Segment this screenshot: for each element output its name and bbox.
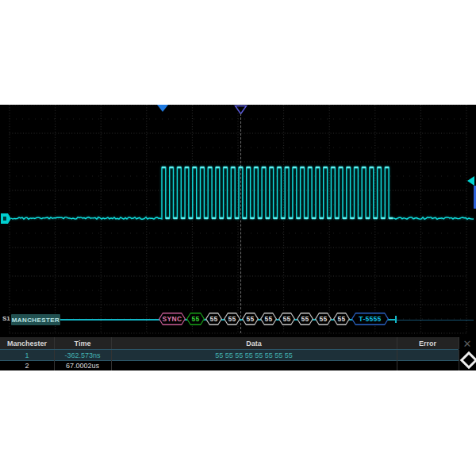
header-data: Data	[111, 337, 397, 349]
table-row[interactable]: 2 67.0002us	[0, 360, 459, 370]
decode-protocol-badge[interactable]: MANCHESTER	[11, 314, 60, 325]
row-error	[397, 360, 459, 370]
row-time: 67.0002us	[54, 360, 112, 370]
header-manchester: Manchester	[0, 337, 55, 349]
decode-bus-line-idle	[397, 320, 474, 321]
header-error: Error	[397, 337, 459, 349]
row-index: 2	[0, 360, 55, 370]
screen: S1 MANCHESTER SYNC 55 55 55 55 55 55 55 …	[0, 0, 476, 476]
close-icon[interactable]: ✕	[462, 339, 473, 350]
header-time: Time	[54, 337, 112, 349]
trigger-level-arrow-icon[interactable]	[467, 176, 474, 186]
decode-frame-trailer: T-5555	[351, 313, 389, 325]
table-row[interactable]: 1 -362.573ns 55 55 55 55 55 55 55 55	[0, 349, 459, 361]
decode-bus-label: S1	[2, 315, 10, 322]
channel-waveform	[0, 105, 476, 370]
row-error	[397, 350, 459, 360]
decode-result-table: Manchester Time Data Error 1 -362.573ns …	[0, 337, 476, 370]
table-header-row: Manchester Time Data Error	[0, 337, 459, 350]
row-index: 1	[0, 350, 55, 360]
row-time: -362.573ns	[54, 350, 112, 360]
row-data	[111, 360, 397, 370]
decode-frame-sync: SYNC	[159, 313, 186, 325]
row-data: 55 55 55 55 55 55 55 55	[111, 350, 397, 360]
scope-display: S1 MANCHESTER SYNC 55 55 55 55 55 55 55 …	[0, 105, 476, 370]
